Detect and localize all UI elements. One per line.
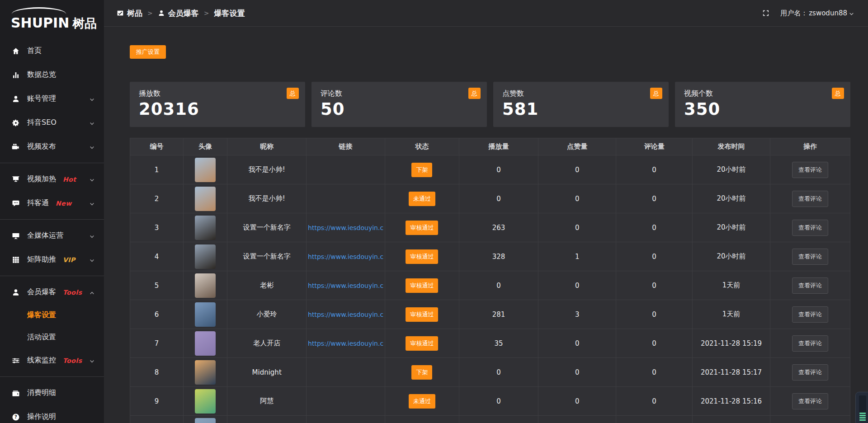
fullscreen-icon[interactable] bbox=[762, 9, 769, 17]
breadcrumb-item[interactable]: 爆客设置 bbox=[214, 8, 245, 19]
topbar-right: 用户名：zswodun88 bbox=[762, 9, 854, 18]
status-button[interactable]: 审核通过 bbox=[406, 336, 438, 351]
cell-comments: 0 bbox=[616, 155, 693, 184]
stat-card: 播放数20316总 bbox=[130, 82, 305, 127]
logo-text-en: SHUPIN bbox=[11, 15, 69, 31]
chevron-down-icon bbox=[89, 144, 95, 150]
cell-time: 2021-11-28 15:16 bbox=[693, 387, 770, 416]
sidebar-item-label: 视频发布 bbox=[27, 142, 56, 151]
cell-action: 查看评论 bbox=[770, 271, 850, 300]
sidebar-item[interactable]: 首页 bbox=[0, 39, 104, 63]
cell-nickname: Midnight bbox=[227, 358, 307, 387]
status-button[interactable]: 审核通过 bbox=[406, 249, 438, 264]
cell-nickname: 老彬 bbox=[227, 271, 307, 300]
view-comments-button[interactable]: 查看评论 bbox=[792, 364, 828, 381]
sidebar-item[interactable]: 视频加热Hot bbox=[0, 167, 104, 191]
cell-plays: 328 bbox=[459, 242, 538, 271]
breadcrumb-item[interactable]: 树品 bbox=[117, 8, 142, 19]
cell-comments bbox=[616, 416, 693, 423]
sidebar-item[interactable]: 线索监控Tools bbox=[0, 348, 104, 372]
sidebar-item-badge: New bbox=[56, 200, 72, 207]
sidebar-item[interactable]: ?操作说明 bbox=[0, 405, 104, 423]
cell-link: https://www.iesdouyin.c bbox=[307, 213, 385, 242]
stat-card-value: 20316 bbox=[139, 99, 296, 119]
sidebar-item[interactable]: 抖客通New bbox=[0, 191, 104, 215]
sidebar-item[interactable]: 消费明细 bbox=[0, 381, 104, 405]
cell-likes: 0 bbox=[538, 271, 616, 300]
sidebar-item[interactable]: 抖音SEO bbox=[0, 111, 104, 135]
sidebar-item[interactable]: 数据总览 bbox=[0, 63, 104, 87]
table-row: 1我不是小帅!下架00020小时前查看评论 bbox=[130, 155, 850, 184]
sidebar-item-label: 线索监控 bbox=[27, 356, 56, 365]
video-link[interactable]: https://www.iesdouyin.c bbox=[308, 282, 383, 289]
cell-action: 查看评论 bbox=[770, 300, 850, 329]
total-badge: 总 bbox=[650, 88, 662, 99]
view-comments-button[interactable]: 查看评论 bbox=[792, 306, 828, 323]
stat-card-value: 581 bbox=[502, 99, 660, 119]
cell-likes: 0 bbox=[538, 329, 616, 358]
cell-avatar bbox=[183, 184, 227, 213]
video-link[interactable]: https://www.iesdouyin.c bbox=[308, 224, 383, 231]
cell-comments: 0 bbox=[616, 300, 693, 329]
status-button[interactable]: 下架 bbox=[411, 365, 432, 380]
green-bars-icon bbox=[859, 413, 866, 421]
cell-comments: 0 bbox=[616, 358, 693, 387]
view-comments-button[interactable]: 查看评论 bbox=[792, 393, 828, 409]
status-button[interactable]: 下架 bbox=[411, 163, 432, 177]
sidebar-item-label: 矩阵助推 bbox=[27, 255, 56, 264]
status-button[interactable]: 未通过 bbox=[409, 192, 435, 206]
sidebar-item[interactable]: 账号管理 bbox=[0, 87, 104, 111]
video-link[interactable]: https://www.iesdouyin.c bbox=[308, 311, 383, 318]
view-comments-button[interactable]: 查看评论 bbox=[792, 220, 828, 236]
floating-helper-widget[interactable] bbox=[855, 392, 868, 423]
video-link[interactable]: https://www.iesdouyin.c bbox=[308, 340, 383, 347]
table-column-header: 编号 bbox=[130, 138, 184, 155]
promo-settings-button[interactable]: 推广设置 bbox=[130, 45, 166, 59]
main-content: 推广设置 播放数20316总评论数50总点赞数581总视频个数350总 编号头像… bbox=[104, 27, 868, 423]
sidebar-item[interactable]: 会员爆客Tools bbox=[0, 280, 104, 304]
sidebar-item[interactable]: 矩阵助推VIP bbox=[0, 248, 104, 272]
user-icon bbox=[12, 95, 20, 103]
view-comments-button[interactable]: 查看评论 bbox=[792, 249, 828, 265]
status-button[interactable]: 审核通过 bbox=[406, 307, 438, 322]
sidebar-item-label: 首页 bbox=[27, 46, 42, 56]
view-comments-button[interactable]: 查看评论 bbox=[792, 191, 828, 207]
avatar bbox=[195, 158, 216, 182]
avatar bbox=[195, 418, 216, 423]
topbar: 树品>会员爆客>爆客设置 用户名：zswodun88 bbox=[104, 0, 868, 27]
cell-comments: 0 bbox=[616, 213, 693, 242]
user-menu[interactable]: 用户名：zswodun88 bbox=[780, 9, 854, 18]
video-link[interactable]: https://www.iesdouyin.c bbox=[308, 253, 383, 260]
table-row: 3设置一个新名字https://www.iesdouyin.c审核通过26300… bbox=[130, 213, 850, 242]
table-column-header: 昵称 bbox=[227, 138, 307, 155]
view-comments-button[interactable]: 查看评论 bbox=[792, 277, 828, 294]
cell-status: 审核通过 bbox=[385, 329, 459, 358]
cell-likes bbox=[538, 416, 616, 423]
table-column-header: 状态 bbox=[385, 138, 459, 155]
cell-comments: 0 bbox=[616, 329, 693, 358]
cell-plays: 35 bbox=[459, 329, 538, 358]
cell-comments: 0 bbox=[616, 387, 693, 416]
chevron-down-icon bbox=[89, 233, 95, 239]
cell-plays: 0 bbox=[459, 358, 538, 387]
sidebar-menu: 首页数据总览账号管理抖音SEO视频发布视频加热Hot抖客通New全媒体运营矩阵助… bbox=[0, 39, 104, 423]
sidebar-item[interactable]: 全媒体运营 bbox=[0, 224, 104, 248]
status-button[interactable]: 审核通过 bbox=[406, 221, 438, 235]
avatar bbox=[195, 273, 216, 298]
view-comments-button[interactable]: 查看评论 bbox=[792, 162, 828, 178]
cell-avatar bbox=[183, 358, 227, 387]
cell-plays: 0 bbox=[459, 184, 538, 213]
status-button[interactable]: 未通过 bbox=[409, 394, 435, 409]
cell-time: 1天前 bbox=[693, 300, 770, 329]
status-button[interactable]: 审核通过 bbox=[406, 278, 438, 293]
cell-avatar bbox=[183, 300, 227, 329]
table-column-header: 头像 bbox=[183, 138, 227, 155]
chevron-down-icon bbox=[89, 257, 95, 263]
view-comments-button[interactable]: 查看评论 bbox=[792, 335, 828, 352]
sidebar-subitem[interactable]: 爆客设置 bbox=[0, 304, 104, 326]
sidebar-subitem[interactable]: 活动设置 bbox=[0, 326, 104, 348]
sidebar-item[interactable]: 视频发布 bbox=[0, 135, 104, 159]
cell-link bbox=[307, 387, 385, 416]
cell-action bbox=[770, 416, 850, 423]
breadcrumb-item[interactable]: 会员爆客 bbox=[158, 8, 199, 19]
